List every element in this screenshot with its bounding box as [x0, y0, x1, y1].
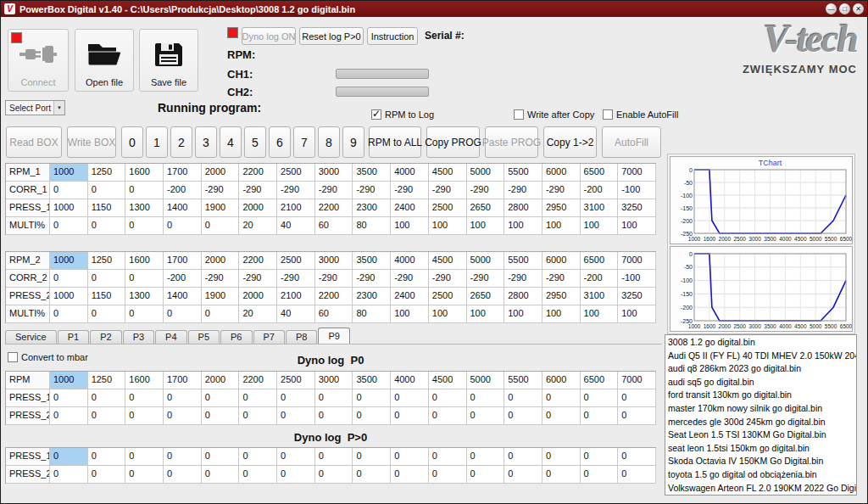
cell-RPM_1-12[interactable]: 5500: [504, 164, 542, 182]
cell-MULTI%-1[interactable]: 0: [88, 305, 126, 323]
cell-RPM_1-1[interactable]: 1250: [88, 164, 126, 182]
cell-MULTI%-3[interactable]: 0: [164, 217, 202, 235]
cell-PRESS_2-4[interactable]: 0: [202, 466, 240, 484]
cell-CORR_1-13[interactable]: -290: [542, 182, 581, 199]
file-list-item[interactable]: toyota 1.5 go digital od obciążenia.bin: [665, 468, 856, 482]
cell-PRESS_1-7[interactable]: 0: [315, 389, 353, 407]
cell-PRESS_2-5[interactable]: 0: [239, 407, 277, 425]
cell-CORR_1-4[interactable]: -290: [202, 182, 240, 199]
cell-CORR_2-15[interactable]: -100: [618, 270, 656, 288]
cell-RPM_2-1[interactable]: 1250: [88, 252, 126, 270]
cell-MULTI%-0[interactable]: 0: [50, 305, 88, 323]
cell-MULTI%-2[interactable]: 0: [125, 217, 164, 235]
cell-PRESS_2-11[interactable]: 0: [467, 407, 505, 425]
autofill-button[interactable]: AutoFill: [602, 126, 661, 158]
rpm-to-all-button[interactable]: RPM to ALL: [369, 126, 421, 158]
close-button[interactable]: ✕: [853, 3, 864, 14]
file-list-item[interactable]: Volkswagen Arteon FL 2.0 190KM 2022 Go D…: [665, 482, 856, 496]
cell-PRESS_2-1[interactable]: 0: [88, 407, 126, 425]
cell-PRESS_2-3[interactable]: 1400: [164, 288, 202, 305]
digit-button-2[interactable]: 2: [170, 126, 192, 158]
cell-PRESS_2-7[interactable]: 0: [315, 466, 353, 484]
cell-PRESS_1-13[interactable]: 2950: [542, 199, 581, 217]
write-after-copy-checkbox[interactable]: Write after Copy: [514, 109, 594, 120]
digit-button-5[interactable]: 5: [244, 126, 266, 158]
tab-p5[interactable]: P5: [188, 330, 220, 344]
cell-CORR_2-11[interactable]: -290: [467, 270, 505, 288]
cell-PRESS_1-3[interactable]: 0: [164, 448, 202, 466]
cell-RPM_2-4[interactable]: 2000: [202, 252, 240, 270]
cell-PRESS_1-13[interactable]: 0: [542, 389, 581, 407]
cell-CORR_1-12[interactable]: -290: [504, 182, 542, 199]
cell-CORR_2-7[interactable]: -290: [315, 270, 353, 288]
cell-CORR_1-14[interactable]: -200: [581, 182, 619, 199]
cell-RPM-4[interactable]: 2000: [202, 372, 240, 389]
cell-CORR_2-6[interactable]: -290: [277, 270, 315, 288]
digit-button-8[interactable]: 8: [318, 126, 340, 158]
cell-PRESS_1-14[interactable]: 3100: [581, 199, 619, 217]
cell-MULTI%-3[interactable]: 0: [164, 305, 202, 323]
cell-CORR_2-4[interactable]: -290: [202, 270, 240, 288]
tab-service[interactable]: Service: [5, 330, 57, 344]
cell-MULTI%-8[interactable]: 80: [353, 217, 391, 235]
cell-RPM_1-0[interactable]: 1000: [50, 164, 88, 182]
tab-p3[interactable]: P3: [123, 330, 154, 344]
cell-CORR_1-2[interactable]: 0: [125, 182, 164, 199]
cell-RPM-7[interactable]: 3000: [315, 372, 353, 389]
cell-RPM_1-9[interactable]: 4000: [391, 164, 429, 182]
cell-PRESS_2-13[interactable]: 0: [542, 466, 581, 484]
cell-PRESS_1-15[interactable]: 0: [618, 448, 656, 466]
cell-PRESS_1-9[interactable]: 0: [391, 448, 429, 466]
cell-MULTI%-9[interactable]: 100: [391, 217, 429, 235]
cell-PRESS_1-0[interactable]: 0: [50, 389, 88, 407]
cell-RPM-10[interactable]: 4500: [429, 372, 467, 389]
cell-PRESS_2-2[interactable]: 0: [125, 466, 164, 484]
cell-PRESS_2-6[interactable]: 2100: [277, 288, 315, 305]
cell-RPM-14[interactable]: 6500: [581, 372, 619, 389]
cell-MULTI%-1[interactable]: 0: [88, 217, 126, 235]
cell-PRESS_2-0[interactable]: 1000: [50, 288, 88, 305]
cell-PRESS_1-10[interactable]: 2500: [429, 199, 467, 217]
cell-PRESS_2-11[interactable]: 2650: [467, 288, 505, 305]
cell-PRESS_1-9[interactable]: 0: [391, 389, 429, 407]
cell-PRESS_1-14[interactable]: 0: [581, 389, 619, 407]
cell-PRESS_1-13[interactable]: 0: [542, 448, 581, 466]
cell-RPM-3[interactable]: 1700: [164, 372, 202, 389]
cell-RPM_2-7[interactable]: 3000: [315, 252, 353, 270]
cell-PRESS_1-0[interactable]: 0: [50, 448, 88, 466]
cell-MULTI%-10[interactable]: 100: [429, 305, 467, 323]
cell-PRESS_1-11[interactable]: 0: [467, 448, 505, 466]
digit-button-7[interactable]: 7: [293, 126, 315, 158]
cell-PRESS_2-11[interactable]: 0: [467, 466, 505, 484]
cell-PRESS_1-6[interactable]: 0: [277, 389, 315, 407]
cell-PRESS_2-2[interactable]: 0: [125, 407, 164, 425]
maximize-button[interactable]: □: [839, 3, 850, 14]
cell-RPM_2-10[interactable]: 4500: [429, 252, 467, 270]
cell-PRESS_2-13[interactable]: 2950: [542, 288, 581, 305]
cell-PRESS_2-14[interactable]: 3100: [581, 288, 619, 305]
write-box-button[interactable]: Write BOX: [67, 126, 116, 158]
cell-MULTI%-0[interactable]: 0: [50, 217, 88, 235]
cell-CORR_1-11[interactable]: -290: [467, 182, 505, 199]
tab-p8[interactable]: P8: [286, 330, 317, 344]
cell-PRESS_1-8[interactable]: 0: [353, 448, 391, 466]
cell-MULTI%-14[interactable]: 100: [581, 305, 619, 323]
cell-PRESS_1-6[interactable]: 2100: [277, 199, 315, 217]
cell-PRESS_2-7[interactable]: 0: [315, 407, 353, 425]
cell-RPM_1-2[interactable]: 1600: [125, 164, 164, 182]
cell-RPM_1-5[interactable]: 2200: [239, 164, 277, 182]
cell-PRESS_2-6[interactable]: 0: [277, 466, 315, 484]
cell-PRESS_1-1[interactable]: 1150: [88, 199, 126, 217]
cell-PRESS_2-1[interactable]: 1150: [88, 288, 126, 305]
cell-MULTI%-4[interactable]: 0: [202, 305, 240, 323]
cell-PRESS_1-8[interactable]: 2300: [353, 199, 391, 217]
cell-RPM-12[interactable]: 5500: [504, 372, 542, 389]
cell-CORR_2-8[interactable]: -290: [353, 270, 391, 288]
digit-button-0[interactable]: 0: [121, 126, 143, 158]
read-box-button[interactable]: Read BOX: [6, 126, 62, 158]
save-file-button[interactable]: Save file: [139, 29, 198, 92]
cell-MULTI%-12[interactable]: 100: [504, 305, 542, 323]
cell-CORR_1-8[interactable]: -290: [353, 182, 391, 199]
cell-PRESS_2-13[interactable]: 0: [542, 407, 581, 425]
connect-button[interactable]: Connect: [8, 29, 69, 92]
